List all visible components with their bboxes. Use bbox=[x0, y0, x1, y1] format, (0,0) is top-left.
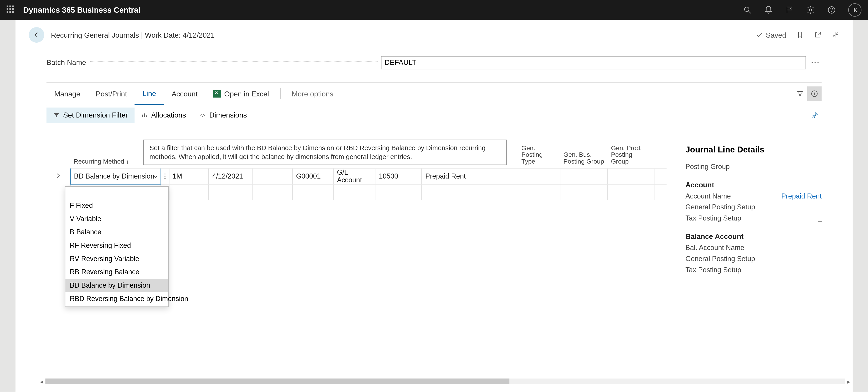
col-gen-prod-posting-group[interactable]: Gen. Prod. Posting Group bbox=[608, 142, 654, 168]
saved-indicator: Saved bbox=[756, 31, 786, 39]
account-type-cell[interactable]: G/L Account bbox=[333, 168, 375, 184]
tax-posting-setup-field: Tax Posting Setup _ bbox=[685, 214, 822, 222]
collapse-icon[interactable] bbox=[832, 31, 839, 39]
svg-rect-10 bbox=[146, 115, 147, 117]
svg-point-4 bbox=[832, 11, 832, 12]
factbox-toggle-button[interactable] bbox=[807, 86, 822, 101]
set-dimension-filter-tooltip: Set a filter that can be used with the B… bbox=[144, 140, 507, 165]
open-in-excel-button[interactable]: Open in Excel bbox=[205, 83, 277, 105]
svg-point-2 bbox=[809, 9, 812, 11]
more-options-button[interactable]: More options bbox=[284, 83, 341, 105]
account-name-field: Account Name Prepaid Rent bbox=[685, 192, 822, 200]
document-no-cell[interactable]: G00001 bbox=[292, 168, 333, 184]
batch-name-input[interactable] bbox=[381, 56, 806, 69]
info-icon bbox=[811, 90, 818, 97]
sub-action-bar: Set Dimension Filter Allocations Dimensi… bbox=[46, 105, 822, 125]
table-row[interactable]: BD Balance by Dimension 1M 4/12/2021 G00… bbox=[46, 168, 666, 184]
allocations-button[interactable]: Allocations bbox=[135, 107, 193, 123]
gear-icon[interactable] bbox=[806, 5, 815, 14]
page-card: Recurring General Journals | Work Date: … bbox=[16, 20, 852, 392]
row-actions-button[interactable] bbox=[161, 168, 169, 184]
excel-icon bbox=[213, 90, 221, 97]
dotted-leader bbox=[90, 61, 377, 62]
document-type-cell[interactable] bbox=[253, 168, 292, 184]
svg-point-0 bbox=[744, 7, 749, 11]
bell-icon[interactable] bbox=[764, 5, 773, 14]
page-header: Recurring General Journals | Work Date: … bbox=[16, 20, 852, 50]
check-icon bbox=[756, 31, 764, 39]
dropdown-option[interactable]: F Fixed bbox=[65, 199, 168, 212]
account-name-link[interactable]: Prepaid Rent bbox=[781, 192, 822, 200]
recurring-method-cell[interactable]: BD Balance by Dimension bbox=[70, 168, 161, 184]
current-row-indicator bbox=[46, 168, 70, 184]
batch-name-lookup-button[interactable]: ⋯ bbox=[808, 56, 822, 69]
tab-account[interactable]: Account bbox=[164, 83, 205, 105]
tab-postprint[interactable]: Post/Print bbox=[88, 83, 135, 105]
funnel-icon bbox=[53, 112, 60, 118]
pin-icon bbox=[811, 111, 818, 119]
bookmark-icon[interactable] bbox=[796, 31, 804, 39]
app-title: Dynamics 365 Business Central bbox=[23, 5, 141, 14]
amount-cell[interactable]: 0.00 bbox=[654, 168, 666, 184]
col-gen-bus-posting-group[interactable]: Gen. Bus. Posting Group bbox=[560, 142, 608, 168]
bal-account-name-field: Bal. Account Name bbox=[685, 244, 822, 252]
page-title: Recurring General Journals | Work Date: … bbox=[51, 31, 215, 39]
svg-rect-8 bbox=[142, 114, 143, 117]
filter-pane-button[interactable] bbox=[793, 86, 807, 101]
dropdown-option[interactable]: V Variable bbox=[65, 212, 168, 226]
horizontal-scrollbar[interactable]: ◂ ▸ bbox=[38, 377, 852, 385]
dropdown-option[interactable]: RV Reversing Variable bbox=[65, 252, 168, 265]
dropdown-option[interactable]: RF Reversing Fixed bbox=[65, 239, 168, 252]
account-subheading: Account bbox=[685, 180, 822, 189]
recurring-method-dropdown: F Fixed V Variable B Balance RF Reversin… bbox=[65, 186, 169, 307]
gen-prod-posting-group-cell[interactable] bbox=[608, 168, 654, 184]
account-no-cell[interactable]: 10500 bbox=[375, 168, 422, 184]
scrollbar-thumb[interactable] bbox=[45, 379, 509, 384]
svg-rect-9 bbox=[144, 113, 145, 117]
help-icon[interactable] bbox=[827, 5, 836, 14]
action-divider bbox=[280, 88, 281, 99]
set-dimension-filter-button[interactable]: Set Dimension Filter bbox=[46, 107, 135, 123]
col-amount[interactable]: Amount bbox=[654, 142, 666, 168]
dimensions-button[interactable]: Dimensions bbox=[193, 107, 254, 123]
popout-icon[interactable] bbox=[814, 31, 822, 39]
bal-tax-posting-setup-field: Tax Posting Setup bbox=[685, 266, 822, 274]
flag-icon[interactable] bbox=[785, 5, 794, 14]
bal-general-posting-setup-field: General Posting Setup bbox=[685, 255, 822, 263]
tab-line[interactable]: Line bbox=[135, 83, 164, 105]
user-avatar[interactable]: IK bbox=[848, 3, 862, 17]
journal-line-details-panel: Journal Line Details Posting Group _ Acc… bbox=[666, 142, 822, 277]
col-gen-posting-type[interactable]: Gen. Posting Type bbox=[518, 142, 560, 168]
svg-line-1 bbox=[749, 11, 751, 13]
dropdown-option[interactable]: RB Reversing Balance bbox=[65, 265, 168, 279]
app-launcher-icon[interactable] bbox=[7, 5, 16, 14]
pin-submenu-button[interactable] bbox=[807, 108, 822, 122]
search-icon[interactable] bbox=[743, 5, 752, 14]
dropdown-option[interactable]: RBD Reversing Balance by Dimension bbox=[65, 292, 168, 305]
detail-heading: Journal Line Details bbox=[685, 145, 822, 154]
general-posting-setup-field: General Posting Setup bbox=[685, 203, 822, 211]
description-cell[interactable]: Prepaid Rent bbox=[422, 168, 518, 184]
recurring-method-value: BD Balance by Dimension bbox=[74, 172, 154, 180]
action-bar: Manage Post/Print Line Account Open in E… bbox=[46, 83, 822, 105]
global-topbar: Dynamics 365 Business Central IK bbox=[0, 0, 868, 20]
back-button[interactable] bbox=[29, 27, 44, 43]
chevron-down-icon[interactable] bbox=[153, 173, 158, 179]
posting-group-field: Posting Group _ bbox=[685, 163, 822, 171]
dropdown-option[interactable]: BD Balance by Dimension bbox=[65, 279, 168, 292]
recurring-frequency-cell[interactable]: 1M bbox=[169, 168, 209, 184]
dimensions-icon bbox=[199, 112, 206, 118]
batch-name-row: Batch Name ⋯ bbox=[46, 50, 822, 75]
tab-manage[interactable]: Manage bbox=[46, 83, 88, 105]
gen-posting-type-cell[interactable] bbox=[518, 168, 560, 184]
posting-date-cell[interactable]: 4/12/2021 bbox=[209, 168, 253, 184]
user-initials: IK bbox=[852, 7, 857, 13]
gen-bus-posting-group-cell[interactable] bbox=[560, 168, 608, 184]
scroll-right-icon[interactable]: ▸ bbox=[845, 377, 852, 385]
funnel-icon bbox=[796, 90, 804, 97]
saved-label: Saved bbox=[766, 31, 786, 39]
batch-name-label: Batch Name bbox=[46, 58, 86, 67]
allocations-icon bbox=[141, 112, 148, 118]
dropdown-option[interactable]: B Balance bbox=[65, 225, 168, 239]
scroll-left-icon[interactable]: ◂ bbox=[38, 377, 45, 385]
